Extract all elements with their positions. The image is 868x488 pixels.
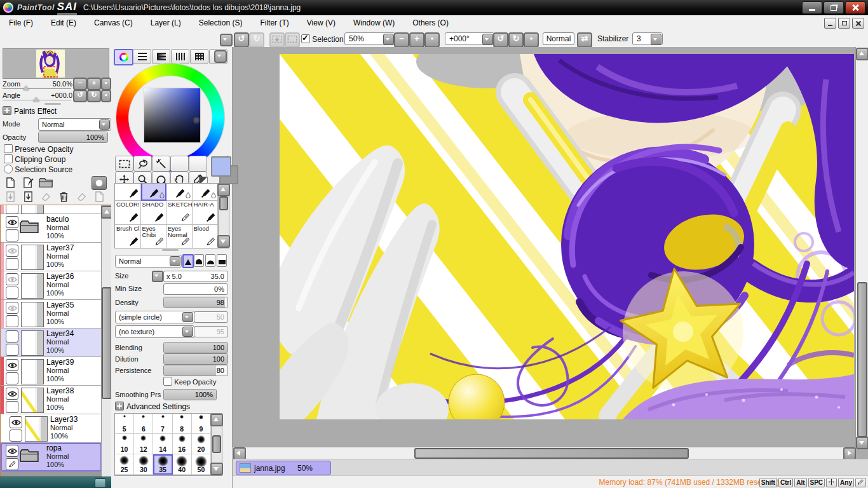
tab-rgb-sliders[interactable] [133,49,151,64]
layer-paint-indicator[interactable] [6,458,18,470]
merge-down-button[interactable] [20,190,36,203]
brush-eyes-normal[interactable]: Eyes Normal [166,225,193,248]
brush-brush-cl[interactable]: Brush Cl [115,225,141,248]
smoothing-slider[interactable]: 100% [163,389,217,400]
layer-visibility-toggle[interactable] [6,388,18,400]
angle-dropdown-caret[interactable] [482,34,493,45]
size-16[interactable]: 16 [173,434,192,454]
expand-plus-icon[interactable] [3,106,11,115]
size-35[interactable]: 35 [153,454,172,475]
layer-visibility-toggle[interactable] [6,273,18,285]
selection-checkbox-box[interactable] [301,34,310,43]
doc-minimize-button[interactable] [824,18,836,29]
layer-row-partial[interactable]: 100% [1,205,102,214]
brush-shadow[interactable]: SHADO [141,201,167,225]
selection-source-circle[interactable] [4,165,13,173]
brush-texture-dropdown[interactable]: (no texture) [115,325,194,338]
layer-visibility-toggle[interactable] [6,302,18,314]
brush-color[interactable]: COLOR! [115,201,141,225]
paints-effect-header[interactable]: Paints Effect [3,106,57,116]
menu-window[interactable]: Window (W) [344,18,403,27]
layer-visibility-toggle[interactable] [6,216,18,228]
brush-blood[interactable]: Blood [193,225,219,248]
canvas-scroll-down[interactable] [856,437,868,449]
advanced-expand-icon[interactable] [115,402,124,410]
layer-row-37[interactable]: Layer37Normal100% [1,243,102,271]
layer-row-38[interactable]: Layer38Normal100% [1,386,102,414]
size-field[interactable]: x 5.035.0 [163,271,228,282]
keep-opacity-box[interactable] [163,377,172,386]
layer-row-36[interactable]: Layer36Normal100% [1,271,102,300]
zoom-reset-button[interactable]: ▪ [424,32,440,48]
menu-file[interactable]: File (F) [0,18,42,27]
flip-view-button[interactable]: ⇄ [577,32,592,48]
panel-divider-grip[interactable] [44,103,61,105]
layer-visibility-toggle[interactable] [6,445,18,457]
redo-button[interactable]: ↻ [249,32,264,48]
keep-opacity-checkbox[interactable]: Keep Opacity [163,377,216,386]
transform-selection-button[interactable] [285,32,300,48]
new-layer-button[interactable] [3,176,18,189]
brush-shape-dropdown[interactable]: (simple circle) [115,311,194,323]
advanced-settings-header[interactable]: Advanced Settings [115,402,190,411]
navigator-zoom-slider-handle[interactable] [23,86,29,90]
size-8[interactable]: 8 [173,414,192,434]
size-20[interactable]: 20 [192,434,211,454]
rotate-cw-button[interactable]: ↻ [508,32,524,48]
layer-scroll-thumb[interactable] [102,287,112,399]
tool-empty-1[interactable] [170,156,189,172]
layer-row-35[interactable]: Layer35Normal100% [1,300,102,329]
tool-magic-wand[interactable] [152,156,170,172]
layer-row-baculo[interactable]: baculoNormal100% [1,214,102,243]
size-9[interactable]: 9 [192,414,211,434]
primary-color-swatch[interactable] [211,156,231,177]
layer-visibility-toggle[interactable] [6,359,18,371]
undo-button[interactable]: ↺ [234,32,249,48]
selection-source-radio[interactable]: Selection Source [4,165,72,174]
min-size-field[interactable]: 0% [163,283,228,295]
close-button[interactable] [845,1,865,14]
zoom-dropdown[interactable]: 50% [344,32,395,45]
paint-transfer-button[interactable] [74,190,89,203]
rotate-reset-button[interactable]: ▪ [524,32,539,48]
canvas-page[interactable] [280,54,854,419]
paint-add-button[interactable] [92,190,107,203]
menu-filter[interactable]: Filter (T) [251,18,297,27]
title-bar[interactable]: PaintTool SAI C:\Users\Usuario\Pictures\… [0,0,868,15]
nav-rotate-reset-button[interactable]: ▪ [101,90,111,102]
tab-swatches[interactable] [190,49,208,64]
clipping-group-box[interactable] [4,154,13,163]
persistence-slider[interactable]: 80 [163,365,228,376]
saturation-value-square[interactable] [144,88,200,142]
canvas-hscroll-thumb[interactable] [414,448,689,459]
navigator-angle-slider-handle[interactable] [33,97,39,102]
panel-collapse-button[interactable] [95,478,106,488]
size-6[interactable]: 6 [134,414,153,434]
layer-row-33[interactable]: Layer33Normal100% [1,414,102,443]
size-10[interactable]: 10 [115,434,134,454]
tool-marquee[interactable] [115,156,133,172]
menu-others[interactable]: Others (O) [403,18,458,27]
color-panel-menu-button[interactable] [214,50,227,63]
size-palette-scrollbar[interactable] [211,413,222,476]
stabilizer-dropdown[interactable]: 3 [632,32,663,45]
size-30[interactable]: 30 [134,454,153,475]
new-folder-button[interactable] [38,176,53,189]
nav-zoom-reset-button[interactable]: ▪ [101,78,111,90]
clipping-group-checkbox[interactable]: Clipping Group [4,154,65,164]
sv-marker[interactable] [193,116,200,124]
navigator-preview[interactable] [3,48,109,79]
navigator-zoom-slider[interactable] [3,88,71,89]
tab-color-wheel[interactable] [114,49,133,65]
restore-button[interactable] [824,1,844,14]
selection-checkbox[interactable]: Selection [301,34,344,44]
menu-edit[interactable]: Edit (E) [42,18,85,27]
brush-blur[interactable]: BLUR [141,183,167,201]
size-5[interactable]: 5 [115,414,134,434]
nav-zoom-in-button[interactable]: + [87,78,101,90]
brush-scroll-down[interactable] [217,235,230,248]
brush-scroll-thumb[interactable] [219,196,228,210]
canvas-scroll-up[interactable] [856,48,868,60]
nav-rotate-ccw-button[interactable]: ↺ [73,90,87,102]
layer-row-39[interactable]: Layer39Normal100% [1,357,102,386]
